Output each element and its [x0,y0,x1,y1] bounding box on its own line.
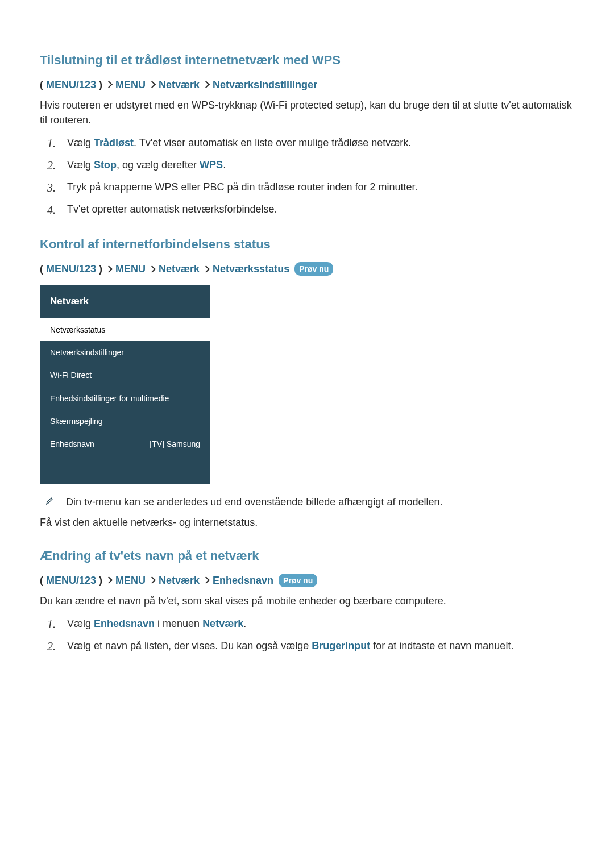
crumb-netvaerksindstillinger: Netværksindstillinger [213,77,317,92]
crumb-menu: MENU [115,77,146,92]
menu-item-label: Enhedsnavn [50,438,94,450]
crumb-menu: MENU [115,573,146,588]
list-item: 4. Tv'et opretter automatisk netværksfor… [45,202,574,218]
step-text: Tv'et opretter automatisk netværksforbin… [67,202,277,217]
step-text: Vælg et navn på listen, der vises. Du ka… [67,638,513,653]
breadcrumb-status: (MENU/123) MENU Netværk Netværksstatus P… [40,261,574,276]
step-number: 2. [45,638,56,655]
steps-wps: 1. Vælg Trådløst. Tv'et viser automatisk… [45,135,574,218]
try-now-badge[interactable]: Prøv nu [294,262,333,276]
crumb-menu123: MENU/123 [46,261,96,276]
list-item: 2. Vælg et navn på listen, der vises. Du… [45,638,574,655]
intro-wps: Hvis routeren er udstyret med en WPS-try… [40,98,574,127]
paren-open: ( [40,573,43,588]
tv-menu-panel: Netværk Netværksstatus Netværksindstilli… [40,285,210,484]
intro-name: Du kan ændre et navn på tv'et, som skal … [40,593,574,608]
step-number: 3. [45,180,56,196]
menu-item-label: Netværksindstillinger [50,347,124,358]
steps-name: 1. Vælg Enhedsnavn i menuen Netværk. 2. … [45,616,574,655]
step-text: Tryk på knapperne WPS eller PBC på din t… [67,180,418,194]
menu-item-enhedsindstillinger[interactable]: Enhedsindstillinger for multimedie [40,387,210,410]
desc-status: Få vist den aktuelle netværks- og intern… [40,515,574,530]
menu-item-skaermspejling[interactable]: Skærmspejling [40,410,210,433]
crumb-netvaerksstatus: Netværksstatus [213,261,289,276]
step-number: 1. [45,616,56,633]
crumb-menu123: MENU/123 [46,573,96,588]
list-item: 1. Vælg Trådløst. Tv'et viser automatisk… [45,135,574,152]
chevron-right-icon [202,81,210,89]
chevron-right-icon [105,576,113,584]
paren-open: ( [40,261,43,276]
chevron-right-icon [105,81,113,89]
menu-item-label: Enhedsindstillinger for multimedie [50,393,169,404]
crumb-menu: MENU [115,261,146,276]
try-now-badge[interactable]: Prøv nu [279,574,317,587]
crumb-netvaerk: Netværk [159,573,200,588]
menu-item-label: Wi-Fi Direct [50,369,92,381]
menu-item-netvaerksindstillinger[interactable]: Netværksindstillinger [40,341,210,364]
keyword-traadlost: Trådløst [94,137,134,148]
list-item: 3. Tryk på knapperne WPS eller PBC på di… [45,180,574,196]
section-title-status: Kontrol af internetforbindelsens status [40,235,574,254]
chevron-right-icon [202,265,210,273]
chevron-right-icon [105,265,113,273]
pencil-icon [45,496,53,505]
crumb-netvaerk: Netværk [159,77,200,92]
step-text: Vælg Stop, og vælg derefter WPS. [67,157,226,172]
paren-open: ( [40,77,43,92]
step-text: Vælg Trådløst. Tv'et viser automatisk en… [67,135,411,150]
chevron-right-icon [148,576,156,584]
keyword-enhedsnavn: Enhedsnavn [94,618,155,629]
menu-item-value: [TV] Samsung [150,438,200,450]
menu-item-enhedsnavn[interactable]: Enhedsnavn [TV] Samsung [40,433,210,455]
crumb-enhedsnavn: Enhedsnavn [213,573,273,588]
step-number: 2. [45,157,56,174]
breadcrumb-wps: (MENU/123) MENU Netværk Netværksindstill… [40,77,574,92]
paren-close: ) [99,77,102,92]
keyword-brugerinput: Brugerinput [312,640,370,651]
paren-close: ) [99,573,102,588]
chevron-right-icon [148,265,156,273]
list-item: 1. Vælg Enhedsnavn i menuen Netværk. [45,616,574,633]
note-text: Din tv-menu kan se anderledes ud end ove… [66,495,442,509]
keyword-stop: Stop [94,159,117,171]
menu-item-label: Netværksstatus [50,324,105,335]
menu-header: Netværk [40,285,210,318]
list-item: 2. Vælg Stop, og vælg derefter WPS. [45,157,574,174]
menu-item-wifi-direct[interactable]: Wi-Fi Direct [40,364,210,387]
step-number: 1. [45,135,56,152]
menu-item-label: Skærmspejling [50,416,103,427]
crumb-netvaerk: Netværk [159,261,200,276]
keyword-netvaerk: Netværk [202,618,243,629]
chevron-right-icon [202,576,210,584]
crumb-menu123: MENU/123 [46,77,96,92]
chevron-right-icon [148,81,156,89]
step-number: 4. [45,202,56,218]
section-title-name: Ændring af tv'ets navn på et netværk [40,547,574,565]
note-row: Din tv-menu kan se anderledes ud end ove… [45,495,574,509]
section-title-wps: Tilslutning til et trådløst internetnetv… [40,51,574,69]
step-text: Vælg Enhedsnavn i menuen Netværk. [67,616,246,631]
paren-close: ) [99,261,102,276]
breadcrumb-name: (MENU/123) MENU Netværk Enhedsnavn Prøv … [40,573,574,588]
menu-item-netvaerksstatus[interactable]: Netværksstatus [40,318,210,341]
keyword-wps: WPS [200,159,223,171]
